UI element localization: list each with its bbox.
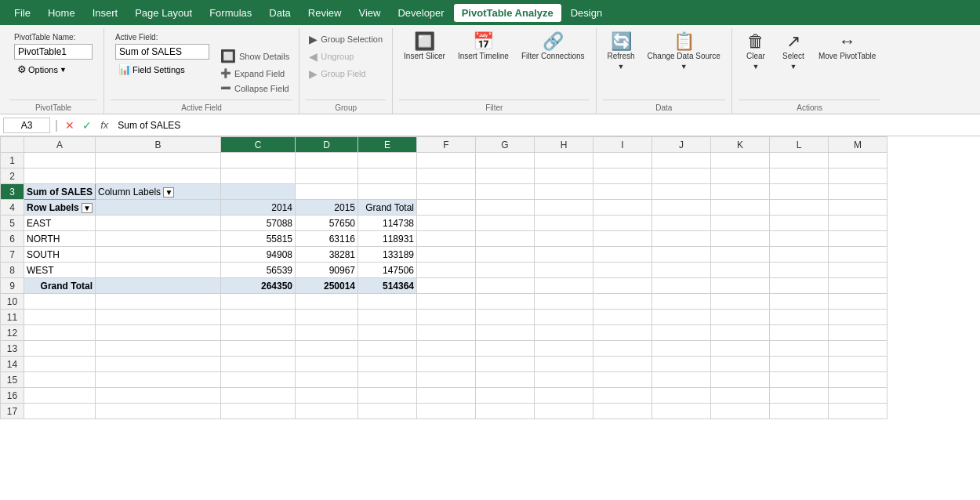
cell[interactable] [593, 404, 652, 419]
cell[interactable] [417, 216, 476, 231]
cell[interactable] [296, 294, 358, 310]
cell[interactable] [417, 388, 476, 404]
cell[interactable] [417, 231, 476, 247]
cell[interactable] [417, 278, 476, 294]
row-header-15[interactable]: 15 [1, 372, 24, 388]
row-header-14[interactable]: 14 [1, 357, 24, 372]
cell[interactable] [476, 263, 535, 278]
cell[interactable] [221, 357, 296, 372]
row-header-1[interactable]: 1 [1, 153, 24, 168]
cell[interactable] [24, 341, 96, 357]
cell[interactable] [829, 184, 887, 200]
cell[interactable] [829, 357, 887, 372]
cell[interactable] [593, 263, 652, 278]
cell[interactable] [711, 404, 770, 419]
cell[interactable]: Grand Total [358, 200, 417, 216]
cell[interactable]: 63116 [296, 231, 358, 247]
cell[interactable]: 250014 [296, 278, 358, 294]
show-details-button[interactable]: 🔲 Show Details [217, 47, 292, 65]
cell[interactable] [24, 404, 96, 419]
cell[interactable]: 114738 [358, 216, 417, 231]
clear-button[interactable]: 🗑 Clear ▼ [739, 30, 773, 74]
cell[interactable] [770, 168, 829, 184]
cell[interactable]: 55815 [221, 231, 296, 247]
cell[interactable] [593, 310, 652, 325]
cell[interactable] [535, 184, 593, 200]
field-settings-button[interactable]: 📊 Field Settings [115, 62, 209, 77]
cell[interactable] [829, 372, 887, 388]
row-header-9[interactable]: 9 [1, 278, 24, 294]
row-header-17[interactable]: 17 [1, 404, 24, 419]
cell[interactable] [593, 231, 652, 247]
cell[interactable] [652, 278, 711, 294]
cell[interactable] [711, 357, 770, 372]
cell[interactable] [829, 310, 887, 325]
menu-design[interactable]: Design [563, 4, 610, 22]
insert-timeline-button[interactable]: 📅 Insert Timeline [453, 30, 514, 64]
cell[interactable] [652, 357, 711, 372]
cell[interactable] [711, 278, 770, 294]
cell[interactable] [770, 231, 829, 247]
cell[interactable] [221, 168, 296, 184]
cell[interactable]: 90967 [296, 263, 358, 278]
cell[interactable] [96, 247, 221, 263]
cell[interactable]: 94908 [221, 247, 296, 263]
cell[interactable] [770, 278, 829, 294]
cell[interactable] [829, 231, 887, 247]
cell[interactable] [476, 216, 535, 231]
move-pivottable-button[interactable]: ↔ Move PivotTable [814, 30, 880, 64]
cell[interactable] [96, 216, 221, 231]
cell[interactable]: Sum of SALES [24, 184, 96, 200]
cell[interactable]: Row Labels ▼ [24, 200, 96, 216]
cell[interactable] [358, 388, 417, 404]
cell[interactable] [652, 325, 711, 341]
cell[interactable] [476, 294, 535, 310]
cell[interactable] [417, 372, 476, 388]
cell[interactable] [829, 168, 887, 184]
cell[interactable] [711, 231, 770, 247]
cell[interactable] [221, 341, 296, 357]
cell[interactable] [535, 372, 593, 388]
col-header-l[interactable]: L [770, 137, 829, 153]
cell[interactable] [24, 325, 96, 341]
cell[interactable] [652, 184, 711, 200]
cell[interactable] [593, 184, 652, 200]
cell[interactable] [24, 388, 96, 404]
cell[interactable]: 2015 [296, 200, 358, 216]
row-header-10[interactable]: 10 [1, 294, 24, 310]
cell[interactable]: 514364 [358, 278, 417, 294]
cell[interactable] [221, 153, 296, 168]
cell[interactable] [221, 325, 296, 341]
pivot-name-input[interactable] [14, 44, 93, 60]
cell[interactable] [296, 404, 358, 419]
cell[interactable] [652, 231, 711, 247]
cell[interactable] [96, 310, 221, 325]
row-header-13[interactable]: 13 [1, 341, 24, 357]
cell[interactable] [593, 388, 652, 404]
cell[interactable] [358, 372, 417, 388]
cell[interactable] [476, 247, 535, 263]
cell[interactable]: 118931 [358, 231, 417, 247]
cell[interactable] [358, 357, 417, 372]
cell[interactable] [829, 200, 887, 216]
cell[interactable] [417, 325, 476, 341]
cell[interactable] [417, 168, 476, 184]
cell[interactable] [593, 325, 652, 341]
cell[interactable] [652, 153, 711, 168]
cell[interactable] [221, 184, 296, 200]
cell[interactable] [770, 357, 829, 372]
cell[interactable] [296, 310, 358, 325]
menu-formulas[interactable]: Formulas [201, 4, 260, 22]
cell[interactable] [417, 153, 476, 168]
cell[interactable] [535, 310, 593, 325]
cell[interactable] [296, 168, 358, 184]
cell[interactable] [358, 184, 417, 200]
cell[interactable] [296, 341, 358, 357]
menu-page-layout[interactable]: Page Layout [127, 4, 200, 22]
active-field-input[interactable] [115, 44, 209, 60]
cell[interactable] [296, 153, 358, 168]
col-header-b[interactable]: B [96, 137, 221, 153]
cell[interactable] [535, 294, 593, 310]
cell[interactable] [711, 325, 770, 341]
cell[interactable] [711, 372, 770, 388]
